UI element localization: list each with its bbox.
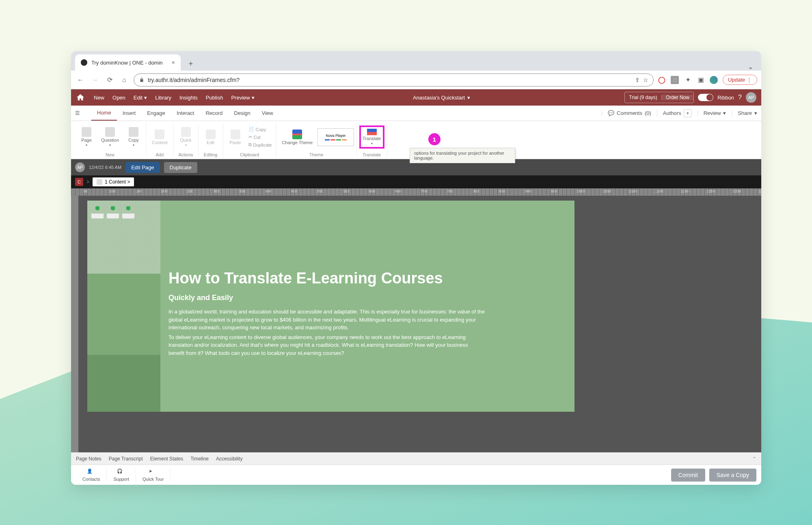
share-button[interactable]: Share▾ xyxy=(732,110,757,116)
home-icon[interactable] xyxy=(76,93,85,102)
tab-home[interactable]: Home xyxy=(91,106,117,121)
ribbon-group-translate: Translate xyxy=(363,151,381,157)
menu-insights[interactable]: Insights xyxy=(175,95,202,101)
browser-tab[interactable]: Try dominKnow | ONE - domin × xyxy=(75,54,181,71)
back-button[interactable]: ← xyxy=(75,75,86,85)
edit-page-button[interactable]: Edit Page xyxy=(125,162,160,173)
tab-view[interactable]: View xyxy=(256,106,279,121)
tab-insert[interactable]: Insert xyxy=(117,106,142,121)
menu-publish[interactable]: Publish xyxy=(202,95,227,101)
comments-button[interactable]: 💬 Comments (0) xyxy=(602,110,651,116)
ribbon-change-theme[interactable]: Change Theme xyxy=(279,128,316,147)
theme-preview[interactable]: Nova Player xyxy=(317,128,354,146)
url-input[interactable]: try.authr.it/admin/adminFrames.cfm? ⇪ ☆ xyxy=(134,73,654,86)
ribbon-copy[interactable]: Copy▾ xyxy=(124,125,143,149)
add-author-button[interactable]: + xyxy=(684,109,692,117)
duplicate-button[interactable]: Duplicate xyxy=(164,162,197,173)
page-canvas[interactable]: How to Translate E-Learning Courses Quic… xyxy=(87,201,574,412)
ribbon-group-clipboard: Clipboard xyxy=(240,151,259,157)
extension-icon[interactable]: ⬚ xyxy=(671,76,679,84)
close-icon[interactable]: × xyxy=(172,59,175,66)
translate-tooltip: options for translating your project for… xyxy=(410,148,515,163)
star-icon[interactable]: ☆ xyxy=(643,77,648,83)
ribbon-page[interactable]: Page▾ xyxy=(77,125,96,149)
ribbon-quick[interactable]: Quick▾ xyxy=(176,125,196,149)
reload-button[interactable]: ⟳ xyxy=(104,75,115,85)
ribbon-cut[interactable]: ✂Cut xyxy=(247,134,274,140)
chevron-right-icon: > xyxy=(86,179,89,185)
page-hero-image xyxy=(87,201,160,274)
ribbon-content[interactable]: Content xyxy=(149,128,171,147)
page-paragraph[interactable]: To deliver your eLearning content to div… xyxy=(168,333,485,357)
page-paragraph[interactable]: In a globalized world, training and educ… xyxy=(168,308,485,332)
collapse-icon[interactable]: ⌃ xyxy=(752,456,756,462)
commit-button[interactable]: Commit xyxy=(671,469,705,482)
trial-label: Trial (9 days) xyxy=(625,95,661,100)
menu-open[interactable]: Open xyxy=(108,95,130,101)
bottom-tab[interactable]: Timeline xyxy=(190,456,209,462)
panel-icon[interactable]: ▣ xyxy=(697,76,705,84)
ribbon-toolbar: Page▾ Question▾ Copy▾ New Content Add Qu… xyxy=(71,121,761,159)
chevron-down-icon[interactable]: ⌄ xyxy=(748,63,753,71)
tab-interact[interactable]: Interact xyxy=(171,106,200,121)
bottom-tab[interactable]: Page Notes xyxy=(76,456,102,462)
contacts-button[interactable]: 👤Contacts xyxy=(76,469,107,482)
home-button[interactable]: ⌂ xyxy=(119,75,130,85)
new-tab-button[interactable]: + xyxy=(184,57,198,71)
ribbon-toggle[interactable] xyxy=(698,94,713,101)
bottom-tab-bar: Page Notes Page Transcript Element State… xyxy=(71,452,761,465)
ribbon-edit[interactable]: Edit xyxy=(201,128,220,147)
page-subheading[interactable]: Quickly and Easily xyxy=(168,294,558,302)
breadcrumb-item[interactable]: 1 Content > xyxy=(93,177,134,186)
bottom-tab[interactable]: Accessibility xyxy=(216,456,242,462)
menu-preview[interactable]: Preview▾ xyxy=(227,95,258,101)
update-button[interactable]: Update⋮ xyxy=(723,75,757,85)
page-heading[interactable]: How to Translate E-Learning Courses xyxy=(168,270,558,287)
profile-icon[interactable] xyxy=(710,76,718,84)
share-icon[interactable]: ⇪ xyxy=(635,77,640,83)
ribbon-question[interactable]: Question▾ xyxy=(98,125,122,149)
horizontal-ruler: 5010015020025030035040045050055060065070… xyxy=(71,188,761,196)
extensions-icon[interactable]: ✦ xyxy=(684,76,692,84)
ribbon-paste[interactable]: Paste xyxy=(226,128,245,147)
bottom-tab[interactable]: Page Transcript xyxy=(109,456,143,462)
tab-record[interactable]: Record xyxy=(200,106,228,121)
tab-design[interactable]: Design xyxy=(228,106,256,121)
tab-favicon xyxy=(81,59,87,66)
order-now-button[interactable]: Order Now xyxy=(661,95,693,100)
authors-button[interactable]: Authors + xyxy=(657,109,692,117)
support-button[interactable]: 🎧Support xyxy=(107,469,136,482)
ribbon-duplicate[interactable]: ⧉Duplicate xyxy=(247,141,274,148)
comment-icon: 💬 xyxy=(608,110,614,116)
save-copy-button[interactable]: Save a Copy xyxy=(709,469,756,482)
ribbon-copy2[interactable]: 📄Copy xyxy=(247,126,274,133)
tab-engage[interactable]: Engage xyxy=(141,106,171,121)
callout-badge-1: 1 xyxy=(428,133,441,145)
ribbon-label: Ribbon xyxy=(717,95,734,101)
hamburger-icon[interactable]: ☰ xyxy=(75,110,83,116)
ribbon-tabs: ☰ Home Insert Engage Interact Record Des… xyxy=(71,106,761,121)
page-side-panel xyxy=(87,355,160,412)
quick-tour-button[interactable]: ➤Quick Tour xyxy=(136,469,171,482)
bottom-tab[interactable]: Element States xyxy=(150,456,183,462)
project-title[interactable]: Anastasia's Quickstart▾ xyxy=(259,95,625,101)
help-icon[interactable]: ? xyxy=(738,94,742,101)
vertical-ruler xyxy=(71,196,78,452)
breadcrumb-root[interactable]: C xyxy=(75,178,83,186)
menu-edit[interactable]: Edit▾ xyxy=(130,95,151,101)
trial-box[interactable]: Trial (9 days) Order Now xyxy=(624,92,694,103)
page-side-panel xyxy=(87,274,160,355)
review-button[interactable]: Review▾ xyxy=(698,110,726,116)
app-menu-bar: New Open Edit▾ Library Insights Publish … xyxy=(71,89,761,106)
user-avatar[interactable]: AP xyxy=(746,92,756,103)
menu-library[interactable]: Library xyxy=(151,95,175,101)
browser-address-bar: ← → ⟳ ⌂ try.authr.it/admin/adminFrames.c… xyxy=(71,71,761,89)
tab-title: Try dominKnow | ONE - domin xyxy=(91,60,163,66)
bottom-toolbar: 👤Contacts 🎧Support ➤Quick Tour Commit Sa… xyxy=(71,465,761,485)
extension-icon[interactable]: ◯ xyxy=(658,76,666,84)
menu-new[interactable]: New xyxy=(90,95,108,101)
ribbon-group-actions: Actions xyxy=(179,151,193,157)
ribbon-translate[interactable]: Translate ▾ xyxy=(359,125,384,149)
url-text: try.authr.it/admin/adminFrames.cfm? xyxy=(148,77,240,83)
forward-button[interactable]: → xyxy=(90,75,100,85)
